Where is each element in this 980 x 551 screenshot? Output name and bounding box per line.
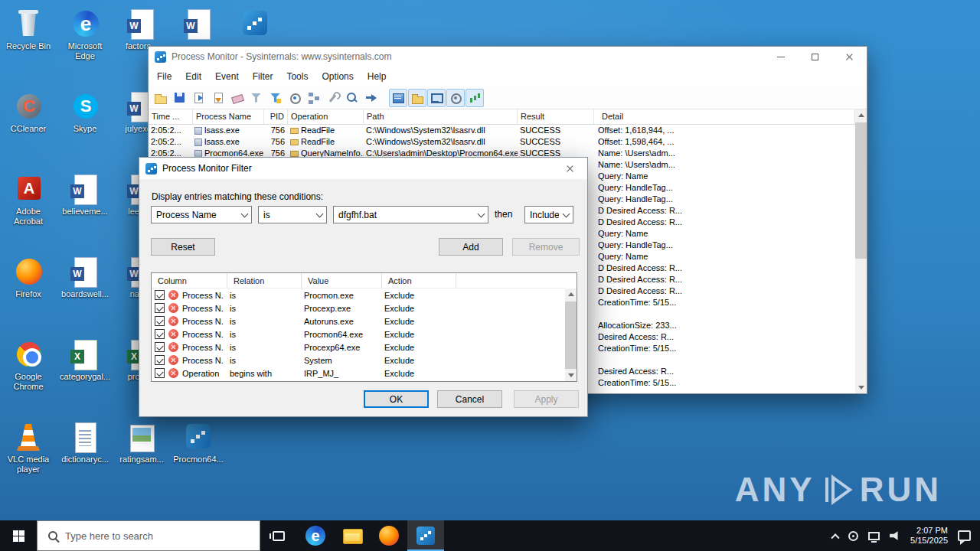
rule-checkbox[interactable] [155,368,165,378]
dialog-titlebar[interactable]: Process Monitor Filter [139,158,587,179]
menu-item[interactable]: Help [361,67,394,86]
event-row[interactable]: 2:05:2... lsass.exe 756 ReadFile C:\Wind… [149,136,855,148]
task-view-button[interactable] [260,520,297,551]
list-column-header[interactable]: Value [302,273,382,288]
desktop-icon[interactable]: categorygal... [57,334,113,416]
rules-scrollbar[interactable] [565,289,577,381]
maximize-button[interactable] [798,47,832,67]
ok-button[interactable]: OK [364,390,429,408]
cancel-button[interactable]: Cancel [437,390,502,408]
value-combobox[interactable]: dfgfhf.bat [333,206,488,223]
menu-item[interactable]: File [150,67,178,86]
taskbar-file-explorer-button[interactable] [334,520,371,551]
tray-status-icon[interactable] [848,531,858,541]
desktop-icon[interactable]: Google Chrome [0,334,57,416]
desktop-icon[interactable]: boardswell... [57,251,113,334]
process-filter-icon[interactable] [446,89,465,107]
desktop-icon[interactable]: CCleaner [0,86,57,168]
capture-icon[interactable] [190,89,208,107]
filter-rule-row[interactable]: Process N... is Autoruns.exe Exclude [152,315,565,328]
column-header[interactable]: Detail [594,109,855,124]
desktop-icon[interactable]: Procmon64... [170,416,227,499]
filter-icon[interactable] [247,89,266,107]
column-header[interactable]: PID [264,109,288,124]
desktop-icon[interactable]: VLC media player [0,416,57,499]
vertical-scrollbar[interactable] [855,109,867,393]
menu-item[interactable]: Event [208,67,246,86]
event-row[interactable]: 2:05:2... lsass.exe 756 ReadFile C:\Wind… [149,125,855,136]
taskbar-edge-button[interactable] [297,520,334,551]
hidden-icons-chevron-icon[interactable] [831,533,839,542]
menu-item[interactable]: Tools [279,67,315,86]
list-column-header[interactable]: Column [152,273,227,288]
reset-button[interactable]: Reset [151,238,215,256]
filesystem-filter-icon[interactable] [408,89,426,107]
scroll-down-button[interactable] [855,382,867,393]
desktop-icon[interactable]: Adobe Acrobat [0,168,57,251]
action-center-icon[interactable] [958,530,971,541]
close-button[interactable] [832,47,867,67]
rule-checkbox[interactable] [155,290,165,300]
search-input[interactable] [65,530,260,542]
scroll-up-button[interactable] [565,289,577,300]
find-icon[interactable] [343,89,361,107]
scroll-up-button[interactable] [855,109,867,121]
column-select[interactable]: Process Name [151,206,252,223]
taskbar-firefox-button[interactable] [371,520,407,551]
autoscroll-icon[interactable] [209,89,227,107]
desktop-icon[interactable]: Microsoft Edge [57,3,113,86]
column-header[interactable]: Result [518,109,594,124]
profiling-filter-icon[interactable] [466,89,484,107]
volume-icon[interactable] [890,531,900,541]
jump-icon[interactable] [362,89,381,107]
network-icon[interactable] [868,532,880,540]
desktop-icon[interactable]: Skype [57,86,113,168]
add-button[interactable]: Add [439,238,503,256]
minimize-button[interactable] [763,47,798,67]
relation-select[interactable]: is [258,206,327,223]
registry-filter-icon[interactable] [389,89,407,107]
desktop-icon[interactable]: ratingsam... [113,416,170,499]
menu-item[interactable]: Options [315,67,360,86]
rule-checkbox[interactable] [155,355,165,365]
window-titlebar[interactable]: Process Monitor - Sysinternals: www.sysi… [149,47,867,67]
start-button[interactable] [0,520,37,551]
menu-item[interactable]: Filter [246,67,280,86]
filter-rule-row[interactable]: Process N... is Procmon64.exe Exclude [152,328,565,341]
wrench-icon[interactable] [324,89,342,107]
network-filter-icon[interactable] [427,89,446,107]
column-header[interactable]: Time ... [149,109,193,124]
filter-rule-row[interactable]: Process N... is System Exclude [152,354,565,367]
rule-checkbox[interactable] [155,303,165,313]
rule-checkbox[interactable] [155,329,165,339]
filter-rule-row[interactable]: Operation begins with IRP_MJ_ Exclude [152,367,565,380]
taskbar-search[interactable] [37,520,260,551]
rule-checkbox[interactable] [155,316,165,326]
filter-rule-row[interactable]: Process N... is Procexp64.exe Exclude [152,341,565,354]
include-process-icon[interactable] [286,89,304,107]
desktop-icon[interactable]: Recycle Bin [0,3,57,86]
action-select[interactable]: Include [524,206,573,223]
scroll-down-button[interactable] [565,370,577,381]
filter-rule-row[interactable]: Process N... is Procexp.exe Exclude [152,302,565,315]
taskbar-procmon-button[interactable] [407,520,444,551]
menu-item[interactable]: Edit [178,67,208,86]
remove-button[interactable]: Remove [512,238,580,256]
list-column-header[interactable]: Relation [227,273,302,288]
column-header[interactable]: Path [364,109,518,124]
scrollbar-thumb[interactable] [855,122,867,259]
desktop-icon[interactable]: believeme... [57,168,113,251]
dialog-close-button[interactable] [553,158,587,179]
scrollbar-thumb[interactable] [565,302,577,369]
open-icon[interactable] [152,89,170,107]
clear-icon[interactable] [228,89,247,107]
column-header[interactable]: Process Name [193,109,264,124]
rule-checkbox[interactable] [155,342,165,352]
taskbar-clock[interactable]: 2:07 PM 5/15/2025 [910,526,948,546]
desktop-icon[interactable]: Firefox [0,251,57,334]
desktop-icon[interactable]: dictionaryc... [57,416,113,499]
apply-button[interactable]: Apply [514,390,579,408]
highlight-icon[interactable] [266,89,285,107]
save-icon[interactable] [171,89,189,107]
list-column-header[interactable]: Action [382,273,456,288]
